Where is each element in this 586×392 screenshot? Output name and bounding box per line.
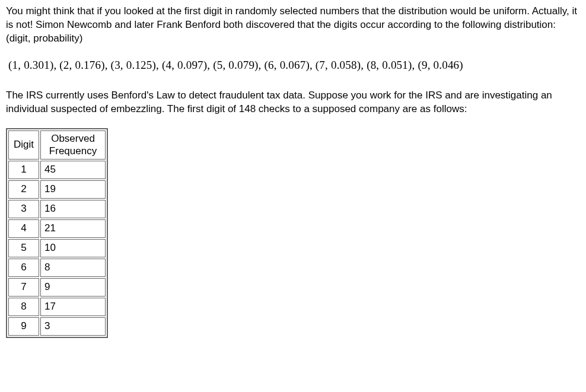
table-header-row: Digit Observed Frequency [8,130,106,160]
digit-cell: 9 [8,317,39,336]
table-row: 5 10 [8,239,106,257]
freq-cell: 21 [40,219,106,238]
table-row: 8 17 [8,298,106,316]
digit-cell: 2 [8,180,39,199]
distribution-list: (1, 0.301), (2, 0.176), (3, 0.125), (4, … [6,58,580,73]
freq-cell: 19 [40,180,106,199]
digit-cell: 6 [8,259,39,277]
digit-cell: 1 [8,161,39,179]
intro-paragraph: You might think that if you looked at th… [6,5,580,46]
scenario-paragraph: The IRS currently uses Benford's Law to … [6,89,580,116]
header-freq-line1: Observed [51,133,95,144]
table-row: 6 8 [8,259,106,277]
frequency-table-container: Digit Observed Frequency 1 45 2 19 3 16 [6,128,580,337]
digit-cell: 5 [8,239,39,257]
table-row: 4 21 [8,219,106,238]
freq-cell: 3 [40,317,106,336]
freq-cell: 16 [40,200,106,218]
header-digit: Digit [8,130,39,160]
table-row: 1 45 [8,161,106,179]
digit-cell: 4 [8,219,39,238]
freq-cell: 10 [40,239,106,257]
freq-cell: 8 [40,259,106,277]
table-row: 7 9 [8,278,106,297]
digit-cell: 3 [8,200,39,218]
header-freq-line2: Frequency [49,145,97,157]
digit-cell: 7 [8,278,39,297]
header-frequency: Observed Frequency [40,130,106,160]
frequency-table: Digit Observed Frequency 1 45 2 19 3 16 [6,128,108,337]
table-row: 9 3 [8,317,106,336]
freq-cell: 45 [40,161,106,179]
digit-cell: 8 [8,298,39,316]
table-row: 3 16 [8,200,106,218]
freq-cell: 9 [40,278,106,297]
table-row: 2 19 [8,180,106,199]
freq-cell: 17 [40,298,106,316]
